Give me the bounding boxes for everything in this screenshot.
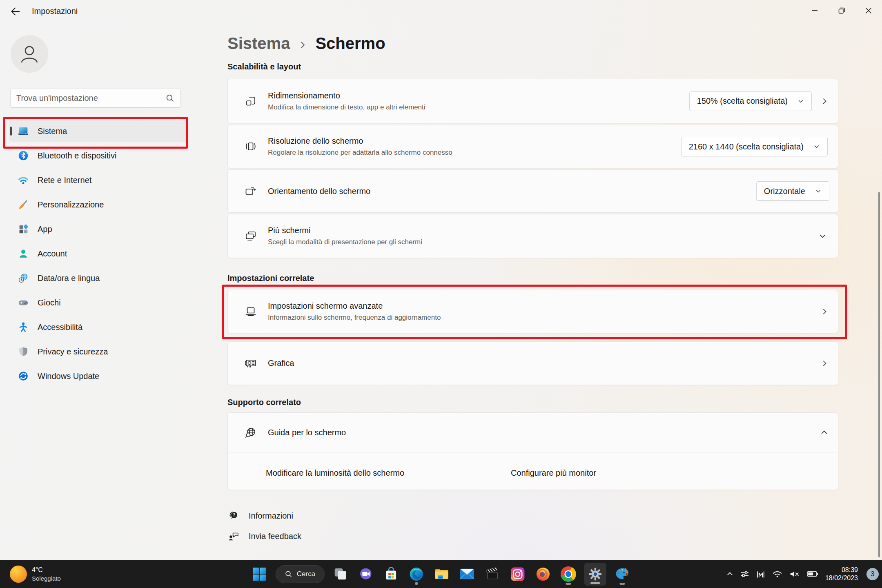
resolution-value: 882 x 588 (scelta consigliata) <box>689 142 804 151</box>
close-button[interactable] <box>855 0 882 21</box>
sidebar-item-sistema[interactable]: Sistema <box>9 120 187 142</box>
arrow-left-icon <box>10 6 21 17</box>
m-app-icon[interactable] <box>756 570 765 579</box>
feedback-link[interactable]: Invia feedback <box>227 530 301 542</box>
card-subtitle: Modifica la dimensione di testo, app e a… <box>268 103 425 111</box>
card-title: Orientamento dello schermo <box>268 187 370 196</box>
sidebar-item-privacy[interactable]: Privacy e sicurezza <box>9 341 187 362</box>
sidebar-item-label: App <box>38 225 52 234</box>
settings-button[interactable] <box>584 563 606 586</box>
card-orientation[interactable]: Orientamento dello schermo Orizzontale <box>227 169 838 213</box>
active-indicator <box>590 582 600 584</box>
about-link[interactable]: ? Informazioni <box>227 510 293 522</box>
chrome-button[interactable] <box>559 563 578 586</box>
card-title: Guida per lo schermo <box>268 428 346 437</box>
card-title: Risoluzione dello schermo <box>268 136 452 146</box>
section-support: Supporto correlato <box>227 398 301 407</box>
sidebar-item-label: Personalizzazione <box>38 200 104 209</box>
chat-button[interactable] <box>356 563 375 586</box>
apps-icon <box>17 223 29 235</box>
folder-icon <box>434 568 450 581</box>
link-brightness[interactable]: Modificare la luminosità dello schermo <box>266 468 404 478</box>
mixer-icon[interactable] <box>740 570 749 579</box>
link-multi-monitor[interactable]: Configurare più monitor <box>511 468 596 478</box>
back-button[interactable] <box>7 3 24 20</box>
scale-icon <box>244 95 257 108</box>
sidebar-item-giochi[interactable]: Giochi <box>9 292 187 313</box>
card-subtitle: Regolare la risoluzione per adattarla al… <box>268 149 452 157</box>
taskbar-search-label: Cerca <box>297 570 315 578</box>
card-scaling[interactable]: Ridimensionamento Modifica la dimensione… <box>227 79 838 123</box>
clock[interactable]: 08:39 18/02/2023 <box>825 566 858 582</box>
sidebar-item-bluetooth[interactable]: Bluetooth e dispositivi <box>9 145 187 166</box>
edge-button[interactable] <box>407 563 426 586</box>
card-title: Ridimensionamento <box>268 91 425 100</box>
display-help-header[interactable]: Guida per lo schermo <box>228 413 838 452</box>
sidebar-item-label: Bluetooth e dispositivi <box>38 151 116 160</box>
sidebar-item-app[interactable]: App <box>9 218 187 240</box>
chrome-icon <box>561 566 576 582</box>
hidden-icons-chevron[interactable] <box>726 570 733 577</box>
card-title: Più schermi <box>268 226 422 235</box>
notification-badge[interactable]: 3 <box>866 568 879 580</box>
sidebar-item-windows-update[interactable]: Windows Update <box>9 365 187 387</box>
section-scalability: Scalabilità e layout <box>227 62 301 71</box>
breadcrumb-parent[interactable]: Sistema <box>227 34 290 53</box>
about-label: Informazioni <box>249 511 293 521</box>
sidebar-item-label: Data/ora e lingua <box>38 274 100 283</box>
sidebar-item-accessibilita[interactable]: Accessibilità <box>9 316 187 338</box>
card-advanced-display[interactable]: Impostazioni schermo avanzate Informazio… <box>227 290 838 333</box>
tray-time: 08:39 <box>825 566 858 574</box>
minimize-button[interactable] <box>801 0 828 21</box>
restore-button[interactable] <box>828 0 855 21</box>
titlebar: Impostazioni <box>0 0 882 22</box>
page-title: Schermo <box>315 34 385 53</box>
chevron-up-icon[interactable] <box>820 429 828 437</box>
gear-icon <box>588 567 602 581</box>
datetime-icon <box>17 272 29 284</box>
multi-display-icon <box>244 229 257 243</box>
sidebar-item-account[interactable]: Account <box>9 243 187 264</box>
palette-icon <box>615 567 630 581</box>
sidebar-item-rete[interactable]: Rete e Internet <box>9 169 187 191</box>
card-multiple-displays[interactable]: Più schermi Scegli la modalità di presen… <box>227 214 838 258</box>
task-view-button[interactable] <box>331 563 350 586</box>
wifi-icon <box>17 174 29 186</box>
weather-widget[interactable]: 4°C Soleggiato <box>6 560 65 588</box>
resolution-dropdown[interactable]: 882 x 588 (scelta consigliata) <box>681 137 828 156</box>
scaling-dropdown[interactable]: 150% (scelta consigliata) <box>689 91 812 111</box>
sidebar-item-personalizzazione[interactable]: Personalizzazione <box>9 194 187 215</box>
mail-button[interactable] <box>458 563 477 586</box>
volume-muted-icon[interactable] <box>789 570 800 579</box>
gamepad-icon <box>17 296 29 309</box>
chevron-down-icon <box>815 188 822 194</box>
taskbar-center: Cerca <box>250 560 632 588</box>
instagram-button[interactable] <box>508 563 527 586</box>
sidebar-item-data-ora[interactable]: Data/ora e lingua <box>9 267 187 289</box>
card-resolution[interactable]: Risoluzione dello schermo Regolare la ri… <box>227 125 838 168</box>
start-button[interactable] <box>250 563 269 586</box>
section-related: Impostazioni correlate <box>227 274 314 283</box>
chevron-down-icon[interactable] <box>819 232 826 240</box>
avatar[interactable] <box>11 35 48 73</box>
scrollbar[interactable] <box>878 192 880 557</box>
clapperboard-icon <box>486 567 499 581</box>
battery-icon[interactable] <box>807 571 818 577</box>
paint-button[interactable] <box>613 563 632 586</box>
orientation-value: Orizzontale <box>764 187 805 196</box>
search-box <box>10 89 180 107</box>
svg-text:?: ? <box>233 512 236 517</box>
search-input[interactable] <box>11 89 166 107</box>
video-editor-button[interactable] <box>483 563 502 586</box>
update-icon <box>17 370 29 382</box>
sidebar-item-label: Giochi <box>38 298 61 307</box>
card-graphics[interactable]: Grafica <box>227 341 838 385</box>
orientation-dropdown[interactable]: Orizzontale <box>756 181 829 201</box>
taskbar: 4°C Soleggiato Cerca <box>0 560 882 588</box>
taskbar-search[interactable]: Cerca <box>276 565 325 583</box>
file-explorer-button[interactable] <box>432 563 451 586</box>
sidebar-item-label: Privacy e sicurezza <box>38 347 108 356</box>
wifi-status-icon[interactable] <box>772 570 782 579</box>
firefox-button[interactable] <box>534 563 552 586</box>
store-button[interactable] <box>382 563 401 586</box>
